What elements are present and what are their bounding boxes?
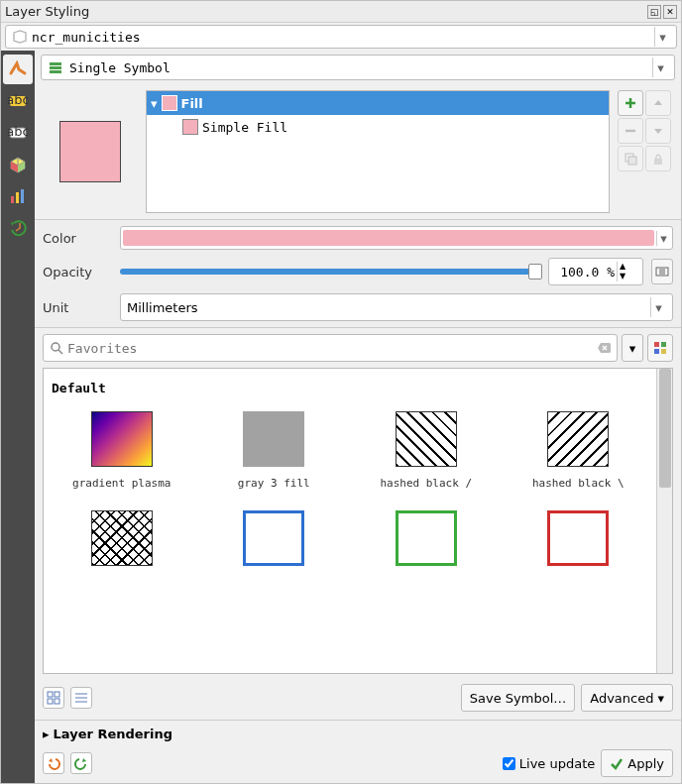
- svg-rect-15: [654, 342, 659, 347]
- tab-rail: abc abc: [1, 51, 35, 783]
- color-row: Color ▾: [43, 226, 673, 250]
- bottom-bar: Live update Apply: [35, 745, 681, 783]
- unit-select[interactable]: Millimeters ▾: [120, 293, 673, 321]
- tree-row-fill[interactable]: ▾ Fill: [147, 91, 609, 115]
- opacity-label: Opacity: [43, 265, 112, 280]
- tree-row-simple-fill[interactable]: Simple Fill: [147, 115, 609, 139]
- dock-icon[interactable]: ◱: [647, 5, 661, 19]
- svg-rect-9: [50, 70, 61, 73]
- duplicate-layer-button[interactable]: [618, 146, 643, 171]
- tab-diagrams[interactable]: [3, 181, 33, 211]
- live-update-input[interactable]: [503, 757, 515, 770]
- gallery-item[interactable]: [200, 510, 349, 602]
- layer-rendering-section[interactable]: ▸Layer Rendering: [35, 720, 681, 745]
- tab-labels[interactable]: abc: [3, 86, 33, 116]
- swatch-gradient-plasma: [91, 411, 153, 467]
- gallery-item[interactable]: [352, 510, 501, 602]
- renderer-row: Single Symbol ▾: [35, 51, 681, 84]
- undo-button[interactable]: [43, 752, 64, 774]
- layer-select[interactable]: ncr_municities ▾: [5, 25, 677, 49]
- gallery-group-title: Default: [52, 381, 648, 395]
- tab-3d[interactable]: [3, 150, 33, 179]
- style-manager-button[interactable]: [647, 334, 673, 362]
- tab-symbology[interactable]: [3, 55, 33, 84]
- chevron-down-icon: ▾: [656, 231, 670, 246]
- symbol-layer-buttons: [618, 90, 673, 213]
- symbol-layer-tree[interactable]: ▾ Fill Simple Fill: [146, 90, 610, 213]
- gallery-scrollbar[interactable]: [656, 369, 672, 673]
- color-button[interactable]: ▾: [120, 226, 673, 250]
- add-layer-button[interactable]: [618, 90, 643, 116]
- scrollbar-thumb[interactable]: [659, 369, 671, 488]
- icon-view-button[interactable]: [43, 687, 64, 709]
- swatch-outline-blue: [243, 510, 304, 566]
- move-up-button[interactable]: [645, 90, 671, 116]
- close-icon[interactable]: ✕: [663, 5, 677, 19]
- list-view-button[interactable]: [70, 687, 92, 709]
- favorites-menu-button[interactable]: ▾: [622, 334, 643, 362]
- layer-styling-panel: Layer Styling ◱ ✕ ncr_municities ▾ abc a…: [0, 0, 682, 784]
- tab-history[interactable]: [3, 213, 33, 243]
- swatch-outline-green: [396, 510, 457, 566]
- swatch-hash-back: [547, 411, 609, 467]
- tab-masks[interactable]: abc: [3, 118, 33, 148]
- symbol-gallery-wrap: Default gradient plasma gray 3 fill h: [43, 368, 673, 674]
- gallery-grid: gradient plasma gray 3 fill hashed black…: [48, 411, 652, 602]
- opacity-spinbox[interactable]: ▲▼: [548, 258, 643, 285]
- svg-rect-7: [50, 62, 61, 65]
- svg-rect-5: [16, 192, 19, 203]
- favorites-row: ▾: [35, 328, 681, 368]
- gallery-toolbar: Save Symbol… Advanced▾: [35, 680, 681, 720]
- svg-rect-6: [21, 189, 24, 203]
- swatch-outline-red: [547, 510, 609, 566]
- symbol-preview: [43, 90, 138, 213]
- search-icon: [50, 341, 63, 355]
- redo-button[interactable]: [70, 752, 92, 774]
- gallery-item[interactable]: gray 3 fill: [200, 411, 349, 503]
- favorites-input[interactable]: [67, 341, 593, 356]
- swatch-label: gradient plasma: [72, 477, 170, 503]
- symbol-gallery[interactable]: Default gradient plasma gray 3 fill h: [44, 369, 656, 673]
- chevron-down-icon: ▾: [654, 27, 670, 47]
- remove-layer-button[interactable]: [618, 118, 643, 144]
- body: abc abc Single Symbol ▾: [1, 51, 681, 783]
- live-update-checkbox[interactable]: Live update: [503, 756, 595, 771]
- gallery-item[interactable]: [48, 510, 196, 602]
- spin-up-icon[interactable]: ▲: [618, 262, 627, 272]
- opacity-input[interactable]: [549, 265, 617, 280]
- renderer-select[interactable]: Single Symbol ▾: [41, 55, 675, 80]
- gallery-item[interactable]: [505, 510, 653, 602]
- tree-label: Fill: [181, 96, 203, 111]
- swatch-gray-fill: [243, 411, 304, 467]
- svg-text:abc: abc: [8, 124, 28, 139]
- gallery-item[interactable]: hashed black \: [505, 411, 653, 503]
- symbol-preview-row: ▾ Fill Simple Fill: [35, 84, 681, 219]
- chevron-down-icon: ▾: [652, 57, 668, 77]
- svg-rect-20: [55, 692, 59, 697]
- panel-title: Layer Styling: [5, 4, 645, 19]
- swatch-hash-fwd: [396, 411, 457, 467]
- apply-button[interactable]: Apply: [601, 749, 673, 777]
- clear-icon[interactable]: [597, 341, 611, 355]
- tree-swatch: [162, 95, 177, 111]
- lock-layer-button[interactable]: [645, 146, 671, 171]
- check-icon: [610, 756, 624, 770]
- data-defined-button[interactable]: [651, 259, 673, 284]
- expand-icon: ▸: [43, 727, 50, 741]
- opacity-row: Opacity ▲▼: [43, 258, 673, 285]
- advanced-button[interactable]: Advanced▾: [581, 684, 673, 712]
- opacity-slider[interactable]: [120, 269, 540, 275]
- color-label: Color: [43, 231, 112, 246]
- gallery-item[interactable]: hashed black /: [352, 411, 501, 503]
- color-swatch: [123, 230, 654, 246]
- swatch-label: gray 3 fill: [238, 477, 310, 503]
- save-symbol-button[interactable]: Save Symbol…: [461, 684, 575, 712]
- favorites-search[interactable]: [43, 334, 618, 362]
- layer-row: ncr_municities ▾: [1, 23, 681, 51]
- svg-rect-17: [654, 349, 659, 354]
- gallery-item[interactable]: gradient plasma: [48, 411, 196, 503]
- move-down-button[interactable]: [645, 118, 671, 144]
- slider-thumb[interactable]: [528, 264, 542, 280]
- chevron-down-icon: ▾: [650, 297, 666, 317]
- spin-down-icon[interactable]: ▼: [618, 272, 627, 281]
